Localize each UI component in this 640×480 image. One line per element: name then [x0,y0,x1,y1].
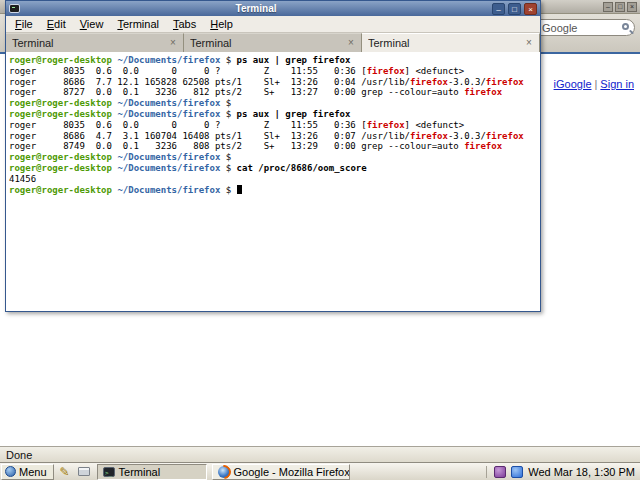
terminal-icon: >_ [103,467,115,477]
firefox-statusbar: Done [0,446,640,462]
igoogle-link[interactable]: iGoogle [554,78,592,90]
terminal-line: roger@roger-desktop ~/Documents/firefox … [9,109,537,120]
tab-terminal-2[interactable]: Terminal× [184,33,362,52]
tray-security-icon[interactable] [494,466,506,478]
menu-terminal[interactable]: Terminal [110,17,166,31]
pencil-icon: ✎ [60,465,70,479]
tab-close-icon[interactable]: × [523,37,535,49]
task-button-label: Google - Mozilla Firefox [234,466,350,478]
window-title: Terminal [23,3,489,14]
tray-separator [486,466,487,478]
terminal-line: roger 8035 0.6 0.0 0 0 ? Z 11:55 0:36 [f… [9,120,537,131]
menu-button[interactable]: Menu [1,464,54,480]
terminal-line: roger@roger-desktop ~/Documents/firefox … [9,55,537,66]
google-header-links: iGoogle|Sign in [554,78,634,90]
firefox-minimize-icon[interactable]: – [603,2,613,12]
menu-file[interactable]: File [8,17,40,31]
system-tray: Wed Mar 18, 1:30 PM [486,466,640,478]
terminal-line: roger 8686 4.7 3.1 160704 16408 pts/1 Sl… [9,131,537,142]
search-icon[interactable] [622,23,629,30]
terminal-window: Terminal – □ × FileEditViewTerminalTabsH… [5,0,541,312]
terminal-line: roger@roger-desktop ~/Documents/firefox … [9,152,537,163]
status-text: Done [6,449,32,461]
launcher-notes-button[interactable]: ✎ [57,464,73,480]
terminal-tabbar: Terminal×Terminal×Terminal× [6,33,540,52]
terminal-line: roger@roger-desktop ~/Documents/firefox … [9,163,537,174]
tab-terminal-3[interactable]: Terminal× [362,33,540,52]
terminal-line: roger 8035 0.6 0.0 0 0 ? Z 11:55 0:36 [f… [9,66,537,77]
terminal-line: roger 8727 0.0 0.1 3236 812 pts/2 S+ 13:… [9,87,537,98]
tab-close-icon[interactable]: × [167,37,179,49]
terminal-app-icon [9,4,20,13]
task-button-firefox[interactable]: Google - Mozilla Firefox [212,464,350,480]
firefox-icon [218,466,230,478]
tab-label: Terminal [12,37,167,49]
keyboard-icon [78,467,90,476]
launcher-keyboard-button[interactable] [76,464,92,480]
menu-view[interactable]: View [73,17,111,31]
firefox-window-controls: – □ × [603,2,637,12]
menu-icon [5,466,16,477]
minimize-icon[interactable]: – [492,3,505,15]
maximize-icon[interactable]: □ [508,3,521,15]
terminal-titlebar[interactable]: Terminal – □ × [6,1,540,16]
terminal-output: roger@roger-desktop ~/Documents/firefox … [9,55,537,195]
desktop-screen: – □ × iGoogle|Sign in Done Terminal – □ … [0,0,640,480]
menu-edit[interactable]: Edit [40,17,73,31]
terminal-line: roger@roger-desktop ~/Documents/firefox … [9,185,537,196]
task-button-list: >_TerminalGoogle - Mozilla Firefox [92,464,350,480]
tab-label: Terminal [190,37,345,49]
menu-button-label: Menu [19,466,47,478]
tab-close-icon[interactable]: × [345,37,357,49]
terminal-line: roger 8686 7.7 12.1 165828 62508 pts/1 S… [9,77,537,88]
menu-tabs[interactable]: Tabs [166,17,203,31]
sign-in-link[interactable]: Sign in [600,78,634,90]
tab-terminal-1[interactable]: Terminal× [6,33,184,52]
task-button-label: Terminal [119,466,161,478]
taskbar: Menu ✎ >_TerminalGoogle - Mozilla Firefo… [0,462,640,480]
terminal-menubar: FileEditViewTerminalTabsHelp [6,16,540,33]
close-icon[interactable]: × [524,3,537,15]
tray-updates-icon[interactable] [511,466,523,478]
task-button-terminal[interactable]: >_Terminal [97,464,207,480]
terminal-line: roger@roger-desktop ~/Documents/firefox … [9,98,537,109]
firefox-close-icon[interactable]: × [627,2,637,12]
menu-help[interactable]: Help [203,17,240,31]
terminal-cursor [237,185,242,194]
firefox-maximize-icon[interactable]: □ [615,2,625,12]
clock[interactable]: Wed Mar 18, 1:30 PM [528,466,635,478]
terminal-line: 41456 [9,174,537,185]
terminal-screen[interactable]: roger@roger-desktop ~/Documents/firefox … [6,52,540,311]
terminal-line: roger 8749 0.0 0.1 3236 808 pts/2 S+ 13:… [9,141,537,152]
tab-label: Terminal [368,37,523,49]
